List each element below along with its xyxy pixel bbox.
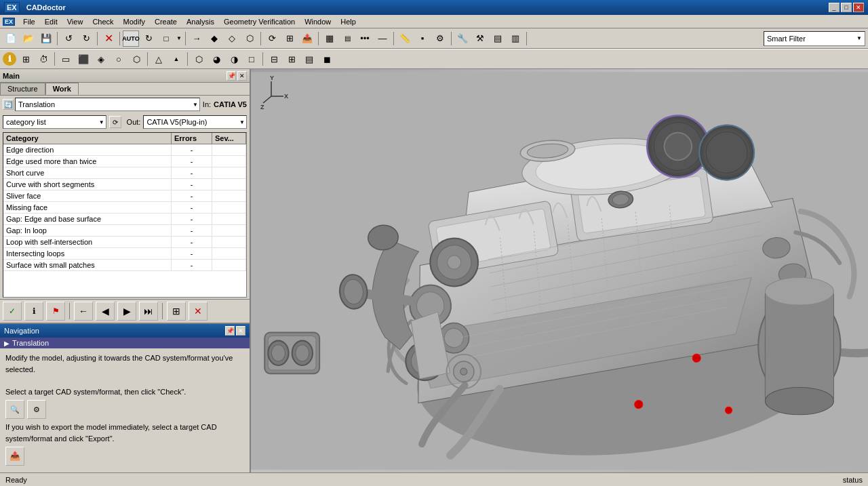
sel1-btn[interactable]: ◆ bbox=[206, 31, 222, 47]
category-table[interactable]: Category Errors Sev... Edge direction - … bbox=[3, 132, 247, 298]
more3-btn[interactable]: ▲ bbox=[168, 51, 184, 67]
export-btn[interactable]: 📤 bbox=[299, 31, 315, 47]
extra3-btn[interactable]: ▤ bbox=[301, 51, 317, 67]
translation-dropdown[interactable]: Translation ▼ bbox=[15, 98, 200, 111]
new-btn[interactable]: 📄 bbox=[3, 31, 19, 47]
table-row[interactable]: Loop with self-intersection - bbox=[3, 237, 246, 248]
svg-point-46 bbox=[460, 368, 467, 376]
table-row[interactable]: Gap: Edge and base surface - bbox=[3, 214, 246, 225]
menu-modify[interactable]: Modify bbox=[119, 17, 149, 26]
table-row[interactable]: Missing face - bbox=[3, 202, 246, 214]
tools4-btn[interactable]: ▥ bbox=[507, 31, 524, 47]
grid2-btn[interactable]: ⊞ bbox=[18, 51, 34, 67]
nav-panel-controls[interactable]: 📌 ✕ bbox=[225, 326, 245, 336]
nav-settings-btn[interactable]: ⚙ bbox=[27, 400, 46, 419]
menu-view[interactable]: View bbox=[63, 17, 87, 26]
table-row[interactable]: Intersecting loops - bbox=[3, 248, 246, 260]
close-btn[interactable]: ✕ bbox=[853, 3, 864, 12]
minimize-btn[interactable]: _ bbox=[829, 3, 840, 12]
back-icon-btn[interactable]: ← bbox=[74, 302, 93, 321]
extra4-btn[interactable]: ◼ bbox=[319, 51, 335, 67]
measure-btn[interactable]: 📏 bbox=[397, 31, 413, 47]
maximize-btn[interactable]: □ bbox=[841, 3, 852, 12]
smart-filter[interactable]: Smart Filter ▼ bbox=[764, 31, 865, 46]
out-dropdown[interactable]: CATIA V5(Plug-in) ▼ bbox=[143, 115, 247, 129]
nav-export-btn[interactable]: 📤 bbox=[5, 447, 24, 466]
category-refresh-btn[interactable]: ⟳ bbox=[109, 116, 121, 128]
save-btn[interactable]: 💾 bbox=[38, 31, 54, 47]
sel3-btn[interactable]: ⬡ bbox=[241, 31, 258, 47]
extra2-btn[interactable]: ⊞ bbox=[283, 51, 300, 67]
table-row[interactable]: Short curve - bbox=[3, 167, 246, 179]
lines-btn[interactable]: — bbox=[374, 31, 391, 47]
wire2-btn[interactable]: □ bbox=[243, 51, 260, 67]
flag-icon-btn[interactable]: ⚑ bbox=[46, 302, 65, 321]
menu-help[interactable]: Help bbox=[336, 17, 360, 26]
panel-close-btn[interactable]: ✕ bbox=[237, 71, 247, 81]
cell-errors: - bbox=[172, 248, 212, 259]
back2-icon-btn[interactable]: ◀ bbox=[96, 302, 115, 321]
table-row[interactable]: Edge direction - bbox=[3, 144, 246, 156]
menu-create[interactable]: Create bbox=[151, 17, 181, 26]
cube-btn[interactable]: ⬛ bbox=[75, 51, 92, 67]
box-drop[interactable]: ▼ bbox=[176, 31, 182, 47]
nav-close-btn[interactable]: ✕ bbox=[236, 326, 245, 336]
delete-btn[interactable]: ✕ bbox=[100, 31, 117, 47]
grid-btn[interactable]: ▤ bbox=[339, 31, 355, 47]
check-icon-btn[interactable]: ✓ bbox=[3, 302, 22, 321]
translation-select-wrapper[interactable]: 🔄 Translation ▼ bbox=[3, 98, 200, 111]
table-row[interactable]: Surface with small patches - bbox=[3, 260, 246, 271]
tab-work[interactable]: Work bbox=[45, 83, 79, 95]
info-icon-btn[interactable]: ℹ bbox=[24, 302, 43, 321]
table-row[interactable]: Edge used more than twice - bbox=[3, 156, 246, 167]
skip-icon-btn[interactable]: ⏭ bbox=[139, 302, 158, 321]
box-btn[interactable]: □ bbox=[158, 31, 174, 47]
surface2-btn[interactable]: ⬡ bbox=[191, 51, 207, 67]
filter-btn[interactable]: ▦ bbox=[321, 31, 338, 47]
grid-icon-btn[interactable]: ⊞ bbox=[167, 302, 186, 321]
panel-controls[interactable]: 📌 ✕ bbox=[226, 71, 247, 81]
rect-btn[interactable]: ▭ bbox=[58, 51, 74, 67]
clear-icon-btn[interactable]: ✕ bbox=[189, 302, 208, 321]
category-dropdown[interactable]: category list ▼ bbox=[3, 115, 106, 129]
mesh-btn[interactable]: ⬡ bbox=[128, 51, 144, 67]
fwd-icon-btn[interactable]: ▶ bbox=[117, 302, 136, 321]
menu-edit[interactable]: Edit bbox=[41, 17, 62, 26]
zoomfit-btn[interactable]: ⊞ bbox=[281, 31, 298, 47]
menu-geometry[interactable]: Geometry Verification bbox=[220, 17, 299, 26]
iso-btn[interactable]: ◈ bbox=[93, 51, 109, 67]
sel2-btn[interactable]: ◇ bbox=[224, 31, 240, 47]
shade2-btn[interactable]: ◑ bbox=[226, 51, 242, 67]
settings-btn[interactable]: ⚙ bbox=[432, 31, 448, 47]
undo-btn[interactable]: ↺ bbox=[60, 31, 77, 47]
table-row[interactable]: Gap: In loop - bbox=[3, 225, 246, 237]
tab-structure[interactable]: Structure bbox=[0, 83, 45, 95]
vertex-btn[interactable]: △ bbox=[151, 51, 167, 67]
refresh-btn[interactable]: ⟳ bbox=[264, 31, 280, 47]
table-row[interactable]: Curve with short segments - bbox=[3, 179, 246, 190]
menu-analysis[interactable]: Analysis bbox=[182, 17, 218, 26]
table-row[interactable]: Sliver face - bbox=[3, 190, 246, 202]
tools2-btn[interactable]: ⚒ bbox=[472, 31, 488, 47]
ruler-btn[interactable]: ▪ bbox=[414, 31, 431, 47]
menu-check[interactable]: Check bbox=[88, 17, 117, 26]
panel-pin-btn[interactable]: 📌 bbox=[226, 71, 236, 81]
tools1-btn[interactable]: 🔧 bbox=[454, 31, 471, 47]
nav-check-btn[interactable]: 🔍 bbox=[5, 400, 24, 419]
sphere-btn[interactable]: ○ bbox=[111, 51, 127, 67]
tools3-btn[interactable]: ▤ bbox=[490, 31, 506, 47]
open-btn[interactable]: 📂 bbox=[20, 31, 37, 47]
move-btn[interactable]: → bbox=[189, 31, 205, 47]
rotate-btn[interactable]: ↻ bbox=[140, 31, 157, 47]
clock2-btn[interactable]: ⏱ bbox=[35, 51, 52, 67]
menu-file[interactable]: File bbox=[19, 17, 39, 26]
title-bar-controls[interactable]: _ □ ✕ bbox=[829, 3, 864, 12]
auto-btn[interactable]: AUTO bbox=[123, 31, 139, 47]
points-btn[interactable]: ••• bbox=[357, 31, 373, 47]
color2-btn[interactable]: ◕ bbox=[208, 51, 224, 67]
info2-btn[interactable]: ℹ bbox=[3, 52, 16, 66]
extra1-btn[interactable]: ⊟ bbox=[266, 51, 282, 67]
menu-window[interactable]: Window bbox=[300, 17, 335, 26]
redo-btn[interactable]: ↻ bbox=[78, 31, 94, 47]
nav-pin-btn[interactable]: 📌 bbox=[225, 326, 235, 336]
